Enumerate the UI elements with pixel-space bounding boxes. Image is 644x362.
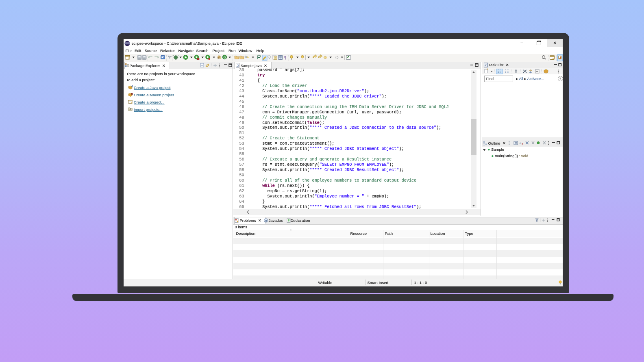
svg-text:@: @ (264, 219, 268, 223)
svg-text:¶: ¶ (284, 56, 286, 60)
svg-text:J: J (559, 56, 561, 60)
svg-text:J: J (131, 85, 133, 87)
svg-text:z: z (522, 142, 523, 146)
svg-text:G: G (223, 56, 226, 59)
svg-text:J: J (236, 64, 238, 68)
svg-text:M: M (131, 93, 133, 95)
